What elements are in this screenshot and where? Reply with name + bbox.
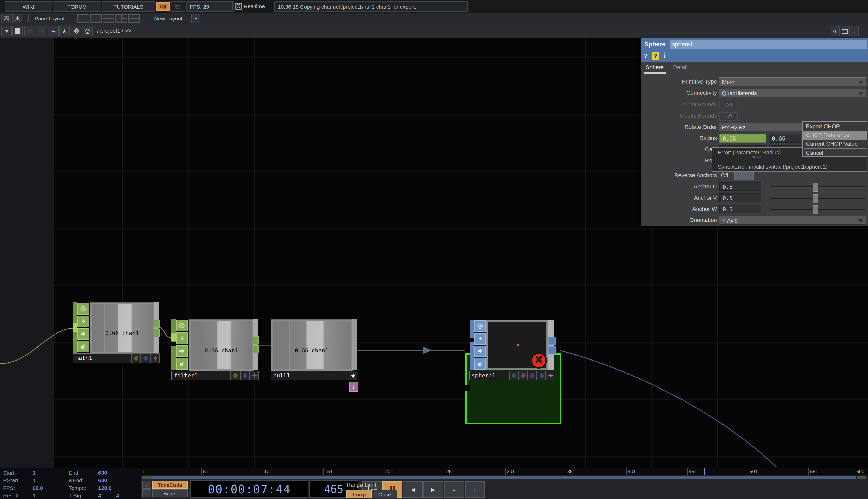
tsig-value-2[interactable]: 4 [116,492,119,499]
tempo-value[interactable]: 120.0 [98,485,112,491]
fps-field-value[interactable]: 60.0 [33,485,43,491]
viewer-flag-icon[interactable] [176,320,188,331]
menu-item-export-chop[interactable]: Export CHOP [803,122,867,131]
sphere1-error-badge[interactable] [531,352,547,369]
network-search-button[interactable] [71,26,81,36]
end-value[interactable]: 600 [98,470,107,476]
math1-output-connector-1[interactable] [154,320,160,328]
tab-sphere[interactable]: Sphere [644,62,666,74]
orient-bounds-toggle[interactable]: Off [719,101,738,109]
layout-preset-left-right-split[interactable] [115,14,127,23]
layout-preset-vsplit[interactable] [90,14,102,23]
anchor-u-field[interactable]: 0.5 [719,182,761,191]
once-button[interactable]: Once [372,490,398,499]
loop-button[interactable]: Loop [347,490,372,499]
null1-comment-icon[interactable] [349,371,357,380]
filter1-output-connector-1[interactable] [253,336,259,344]
pane-maximize-button[interactable] [12,26,23,36]
step-interp-button[interactable]: I [142,489,151,498]
collapse-menu-button[interactable] [1,14,11,23]
timeline-ruler[interactable]: 1 51 101 151 201 251 301 351 401 451 501… [141,468,868,475]
breadcrumb[interactable]: / project1 / >> [97,27,131,34]
sphere1-color-violet[interactable] [528,371,537,380]
null1-name[interactable]: null1 [271,371,350,380]
forum-button[interactable]: FORUM [53,1,101,12]
bypass-flag-icon[interactable] [474,333,486,345]
tab-detail[interactable]: Detail [671,62,689,72]
bypass-flag-icon[interactable] [176,332,188,344]
child-count-button[interactable]: 0 [830,26,840,36]
menu-item-chop-reference[interactable]: CHOP Reference [803,131,867,139]
bookmarks-button[interactable]: ★ [59,26,70,36]
operator-name-field[interactable]: sphere1 [669,40,868,49]
anchor-v-field[interactable]: 0.5 [719,194,761,202]
math1-name[interactable]: math1 [73,353,133,363]
home-button[interactable] [82,26,92,36]
viewer-flag-icon[interactable] [474,320,486,332]
realtime-checkbox[interactable]: X [235,3,242,10]
back-button[interactable]: ⇦ [24,26,35,36]
operator-help-icon[interactable]: ? [652,52,659,60]
fps-indicator[interactable]: FPS: 29 [186,1,234,12]
radius-field-2[interactable]: 0.66 [769,134,801,143]
radius-field-exported[interactable]: 0.66 [719,134,766,143]
lock-flag-icon[interactable] [77,341,89,353]
connectivity-dropdown[interactable]: Quadrilaterals [719,89,866,97]
export-flag-icon[interactable] [474,345,486,357]
help-icon[interactable]: ? [644,52,647,60]
lock-flag-icon[interactable] [176,358,188,370]
info-icon[interactable]: i [664,52,665,60]
rstart-value[interactable]: 1 [33,477,36,483]
scrollbar-left-grip[interactable]: ⋯ [142,476,152,479]
collapse-pane-button[interactable]: ↓ [849,26,859,36]
filter1-color-blue[interactable] [240,371,250,380]
null1-body[interactable]: 0.66 chan1 [271,319,353,371]
beats-mode-button[interactable]: Beats [152,489,188,498]
sphere1-output-connector-2[interactable] [549,346,556,354]
math1-color-blue[interactable] [141,353,151,363]
step-back-button[interactable]: ◀ [403,481,423,498]
math1-input-connector[interactable] [73,323,77,332]
increment-frame-button[interactable]: + [465,481,485,498]
sphere1-comment-icon[interactable] [546,371,555,380]
anchor-u-slider-handle[interactable] [813,183,818,192]
tsig-value-1[interactable]: 4 [98,492,101,499]
filter1-color-green[interactable] [230,371,240,380]
sphere1-name[interactable]: sphere1 [469,371,510,380]
linear-interp-button[interactable]: / [142,481,151,489]
filter1-name[interactable]: filter1 [172,371,232,380]
sphere1-color-navy[interactable] [537,371,546,380]
anchor-pane-button[interactable] [12,14,22,23]
filter1-output-connector-2[interactable] [253,345,259,353]
start-value[interactable]: 1 [33,470,36,476]
export-flag-icon[interactable] [176,345,188,357]
sphere1-output-connector-1[interactable] [549,337,556,345]
null1-export-badge[interactable]: ↓ [349,382,358,392]
filter1-comment-icon[interactable] [250,371,259,380]
playhead[interactable] [704,468,705,475]
rend-value[interactable]: 600 [98,477,107,483]
math1-color-green[interactable] [131,353,141,363]
menu-item-current-chop-value[interactable]: Current CHOP Value [803,139,867,148]
primitive-type-dropdown[interactable]: Mesh [719,77,866,86]
layout-preset-quad[interactable] [128,14,140,23]
layout-preset-single[interactable] [77,14,89,23]
midi-oi-toggle[interactable]: O|I [156,2,170,11]
decrement-frame-button[interactable]: - [444,481,464,498]
layout-preset-hsplit[interactable] [103,14,114,23]
export-flag-icon[interactable] [77,328,89,340]
anchor-w-slider-handle[interactable] [813,205,818,214]
bypass-flag-icon[interactable] [77,316,89,327]
sphere1-color-teal[interactable] [509,371,518,380]
lock-flag-icon[interactable] [474,358,486,370]
anchor-v-slider-handle[interactable] [813,194,818,203]
timecode-mode-button[interactable]: TimeCode [152,481,188,489]
scrollbar-right-grip[interactable]: ⋯ [857,476,867,479]
step-forward-button[interactable]: ▶ [423,481,443,498]
math1-body[interactable]: 0.66 chan1 [90,303,155,354]
resetf-value[interactable]: 1 [33,492,36,499]
sphere1-color-mauve[interactable] [518,371,528,380]
floating-window-button[interactable] [840,26,849,36]
viewer-flag-icon[interactable] [77,303,89,315]
timeline-scrollbar[interactable]: ⋯ ⋯ [141,475,868,479]
